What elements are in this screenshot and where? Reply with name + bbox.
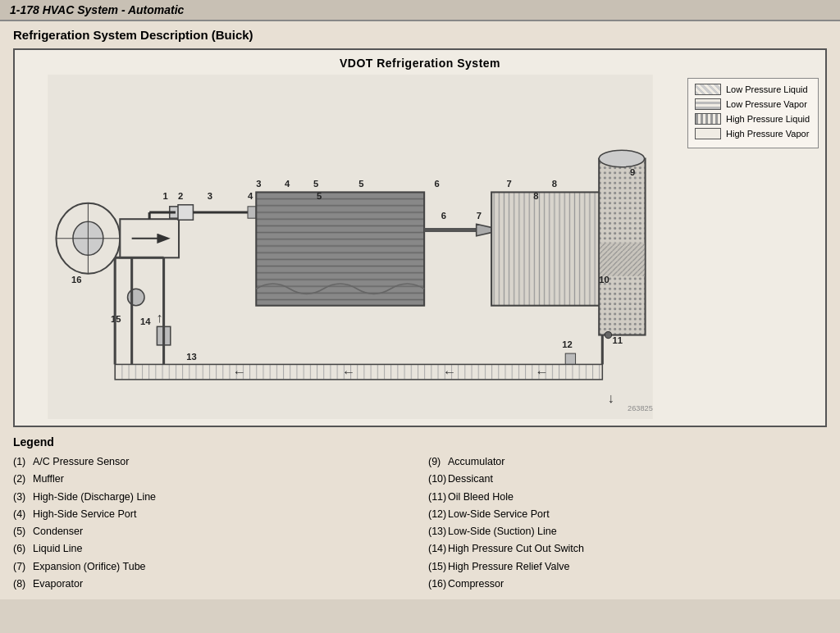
svg-text:5: 5 bbox=[313, 179, 318, 189]
svg-rect-46 bbox=[600, 243, 644, 276]
legend-section: Legend (1)A/C Pressure Sensor(2)Muffler(… bbox=[13, 435, 827, 593]
svg-text:8: 8 bbox=[533, 191, 538, 201]
svg-text:←: ← bbox=[443, 364, 456, 379]
svg-text:4: 4 bbox=[285, 179, 290, 189]
legend-item: (10)Dessicant bbox=[428, 471, 827, 488]
legend-label-hp-vapor: High Pressure Vapor bbox=[726, 129, 809, 139]
diagram-svg-area: 16 1 2 3 bbox=[21, 75, 679, 419]
legend-label-hp-liquid: High Pressure Liquid bbox=[726, 114, 810, 124]
diagram-ref-text: 263825 bbox=[628, 404, 653, 412]
diagram-container: VDOT Refrigeration System bbox=[13, 48, 827, 427]
legend-section-title: Legend bbox=[13, 435, 827, 449]
svg-text:6: 6 bbox=[434, 179, 439, 189]
svg-text:13: 13 bbox=[186, 352, 197, 362]
legend-item: (4)High-Side Service Port bbox=[13, 506, 412, 523]
legend-label-lp-liquid: Low Pressure Liquid bbox=[726, 84, 808, 94]
legend-item: (16)Compressor bbox=[428, 576, 827, 593]
legend-item: (7)Expansion (Orifice) Tube bbox=[13, 558, 412, 576]
svg-text:←: ← bbox=[535, 364, 548, 379]
legend-item: (12)Low-Side Service Port bbox=[428, 506, 827, 523]
svg-text:←: ← bbox=[342, 364, 355, 379]
legend-columns: (1)A/C Pressure Sensor(2)Muffler(3)High-… bbox=[13, 453, 827, 593]
legend-item: (5)Condenser bbox=[13, 523, 412, 540]
legend-item: (14)High Pressure Cut Out Switch bbox=[428, 540, 827, 558]
svg-text:16: 16 bbox=[71, 275, 82, 285]
legend-col-right: (9)Accumulator(10)Dessicant(11)Oil Bleed… bbox=[428, 453, 827, 593]
svg-text:4: 4 bbox=[248, 191, 253, 201]
svg-text:↓: ↓ bbox=[607, 390, 614, 405]
swatch-lp-liquid bbox=[695, 84, 721, 95]
svg-text:8: 8 bbox=[552, 179, 557, 189]
legend-item-hp-liquid: High Pressure Liquid bbox=[695, 113, 811, 125]
svg-text:6: 6 bbox=[441, 211, 446, 221]
swatch-lp-vapor bbox=[695, 98, 721, 110]
diagram-legend-box: Low Pressure Liquid Low Pressure Vapor H… bbox=[687, 78, 819, 148]
svg-text:2: 2 bbox=[178, 191, 183, 201]
svg-rect-29 bbox=[178, 205, 193, 220]
legend-item-lp-vapor: Low Pressure Vapor bbox=[695, 98, 811, 110]
legend-item: (1)A/C Pressure Sensor bbox=[13, 453, 412, 471]
svg-rect-35 bbox=[256, 192, 424, 305]
svg-text:9: 9 bbox=[630, 167, 635, 177]
legend-item-lp-liquid: Low Pressure Liquid bbox=[695, 84, 811, 95]
svg-text:14: 14 bbox=[140, 316, 151, 326]
refrigeration-diagram-svg: 16 1 2 3 bbox=[21, 75, 679, 419]
svg-rect-51 bbox=[115, 364, 602, 379]
section-title: Refrigeration System Description (Buick) bbox=[13, 28, 827, 42]
page: 1-178 HVAC System - Automatic Refrigerat… bbox=[0, 0, 840, 599]
header-text: 1-178 HVAC System - Automatic bbox=[10, 3, 184, 16]
diagram-title: VDOT Refrigeration System bbox=[21, 57, 819, 70]
legend-item: (13)Low-Side (Suction) Line bbox=[428, 523, 827, 540]
svg-text:5: 5 bbox=[358, 179, 363, 189]
page-content: Refrigeration System Description (Buick)… bbox=[0, 21, 840, 599]
legend-item: (11)Oil Bleed Hole bbox=[428, 489, 827, 506]
svg-point-61 bbox=[128, 289, 144, 305]
legend-col-left: (1)A/C Pressure Sensor(2)Muffler(3)High-… bbox=[13, 453, 412, 593]
svg-text:5: 5 bbox=[317, 191, 322, 201]
svg-text:←: ← bbox=[233, 364, 246, 379]
diagram-inner: 16 1 2 3 bbox=[21, 75, 819, 419]
page-header: 1-178 HVAC System - Automatic bbox=[0, 0, 840, 21]
svg-text:3: 3 bbox=[256, 179, 261, 189]
swatch-hp-liquid bbox=[695, 113, 721, 125]
svg-text:↑: ↑ bbox=[156, 310, 162, 325]
svg-text:3: 3 bbox=[208, 191, 212, 201]
legend-item: (15)High Pressure Relief Valve bbox=[428, 558, 827, 576]
svg-rect-33 bbox=[248, 207, 256, 218]
svg-text:11: 11 bbox=[613, 335, 623, 345]
legend-item: (3)High-Side (Discharge) Line bbox=[13, 489, 412, 506]
svg-point-43 bbox=[599, 150, 644, 166]
svg-text:1: 1 bbox=[163, 191, 168, 201]
legend-item: (2)Muffler bbox=[13, 471, 412, 488]
legend-item: (9)Accumulator bbox=[428, 453, 827, 471]
svg-text:12: 12 bbox=[562, 339, 573, 349]
legend-item: (6)Liquid Line bbox=[13, 540, 412, 558]
swatch-hp-vapor bbox=[695, 128, 721, 139]
legend-item-hp-vapor: High Pressure Vapor bbox=[695, 128, 811, 139]
legend-item: (8)Evaporator bbox=[13, 576, 412, 593]
svg-text:7: 7 bbox=[507, 179, 512, 189]
svg-text:7: 7 bbox=[477, 211, 482, 221]
svg-point-47 bbox=[605, 331, 611, 338]
legend-label-lp-vapor: Low Pressure Vapor bbox=[726, 99, 807, 109]
